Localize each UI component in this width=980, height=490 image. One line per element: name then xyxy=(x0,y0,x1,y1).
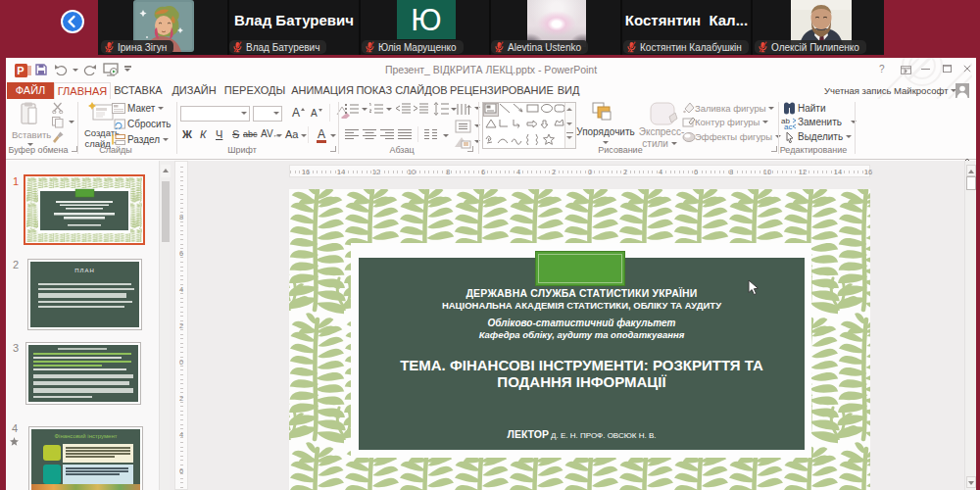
svg-text:P: P xyxy=(17,65,24,76)
svg-text:ac: ac xyxy=(784,122,792,129)
